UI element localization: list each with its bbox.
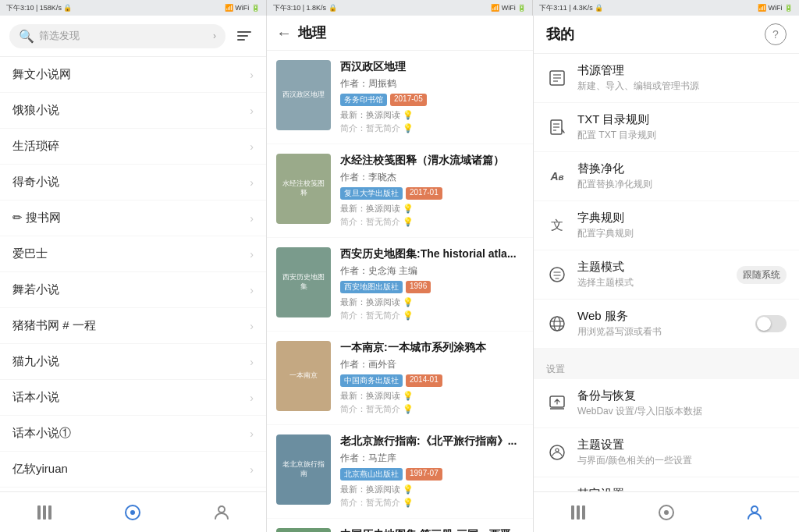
panel-books: ← 地理 西汉政区地理 西汉政区地理 作者：周振鹤 务务印书馆 2017-05 …	[267, 16, 534, 532]
settings-desc: 配置 TXT 目录规则	[577, 129, 787, 142]
date-tag: 1997-07	[406, 468, 442, 481]
svg-rect-1	[237, 35, 248, 37]
book-item[interactable]: 中国历史地图集 中国历史地图集 第三册:三国、西晋... 作者：谭其骧 中国地图…	[267, 519, 533, 532]
date-tag: 2017-01	[406, 187, 442, 200]
book-latest: 最新：换源阅读 💡	[340, 484, 524, 495]
nav-my[interactable]	[212, 503, 231, 522]
book-title: 老北京旅行指南:《北平旅行指南》...	[340, 434, 524, 449]
source-name: 话本小说	[12, 390, 59, 405]
book-list: 西汉政区地理 西汉政区地理 作者：周振鹤 务务印书馆 2017-05 最新：换源…	[267, 51, 533, 532]
settings-text: 字典规则 配置字典规则	[577, 211, 787, 240]
source-item[interactable]: ✏ 搜书网 ›	[0, 200, 266, 236]
status-bar: 下午3:10 | 158K/s 🔒 📶 WiFi 🔋 下午3:10 | 1.8K…	[0, 0, 799, 16]
nav-discover[interactable]	[123, 503, 142, 522]
settings-text: 主题设置 与界面/颜色相关的一些设置	[577, 438, 787, 467]
source-name: ✏ 搜书网	[12, 211, 61, 225]
web-service-toggle[interactable]	[755, 315, 787, 332]
search-bar[interactable]: 🔍 筛选发现 ›	[9, 24, 225, 48]
book-item[interactable]: 西汉政区地理 西汉政区地理 作者：周振鹤 务务印书馆 2017-05 最新：换源…	[267, 51, 533, 144]
my-nav-discover[interactable]	[657, 503, 676, 522]
settings-desc: 配置字典规则	[577, 227, 787, 240]
time-3: 下午3:11 | 4.3K/s 🔒	[539, 3, 603, 13]
source-item[interactable]: 舞若小说 ›	[0, 272, 266, 308]
settings-item-other-settings[interactable]: 其它设置 与功能相关的一些设置	[534, 477, 799, 491]
settings-name: 替换净化	[577, 161, 787, 176]
book-tags: 西安地图出版社 1996	[340, 281, 524, 293]
source-item[interactable]: 饿狼小说 ›	[0, 93, 266, 129]
settings-item-theme[interactable]: 主题模式 选择主题模式 跟随系统	[534, 250, 799, 300]
settings-item-dict[interactable]: 文 字典规则 配置字典规则	[534, 201, 799, 250]
status-section-3: 下午3:11 | 4.3K/s 🔒 📶 WiFi 🔋	[533, 0, 799, 16]
publisher-tag: 务务印书馆	[340, 94, 387, 106]
books-header: ← 地理	[267, 16, 533, 51]
discover-menu-icon[interactable]	[232, 23, 257, 48]
source-item[interactable]: 猫九小说 ›	[0, 344, 266, 380]
svg-point-17	[550, 317, 564, 331]
chevron-right-icon: ›	[250, 463, 254, 476]
nav-bookshelf[interactable]	[35, 503, 54, 522]
chevron-right-icon: ›	[250, 212, 254, 225]
book-item[interactable]: 老北京旅行指南 老北京旅行指南:《北平旅行指南》... 作者：马芷庠 北京燕山出…	[267, 425, 533, 518]
settings-item-theme-settings[interactable]: 主题设置 与界面/颜色相关的一些设置	[534, 428, 799, 477]
status-section-2: 下午3:10 | 1.8K/s 🔒 📶 WiFi 🔋	[267, 0, 534, 16]
time-1: 下午3:10 | 158K/s 🔒	[6, 3, 72, 13]
chevron-right-icon: ›	[250, 320, 254, 332]
svg-point-31	[751, 506, 758, 512]
source-name: 爱巴士	[12, 246, 48, 261]
book-latest: 最新：换源阅读 💡	[340, 390, 524, 402]
book-tags: 北京燕山出版社 1997-07	[340, 468, 524, 481]
settings-text: 替换净化 配置替换净化规则	[577, 161, 787, 191]
source-name: 猪猪书网 # 一程	[12, 318, 96, 333]
settings-section: 设置 备份与恢复 WebDav 设置/导入旧版本数据 主题设置	[534, 355, 799, 491]
source-item[interactable]: 猪猪书网 # 一程 ›	[0, 308, 266, 344]
book-item[interactable]: 一本南京 一本南京:一本城市系列涂鸦本 作者：画外音 中国商务出版社 2014-…	[267, 332, 533, 424]
backup-icon	[546, 392, 568, 414]
source-item[interactable]: 话本小说① ›	[0, 416, 266, 452]
source-item[interactable]: 亿软yiruan ›	[0, 452, 266, 488]
date-tag: 2017-05	[390, 94, 427, 106]
back-button[interactable]: ←	[276, 24, 292, 42]
my-nav-my[interactable]	[745, 503, 764, 522]
book-title: 水经注校笺图释（渭水流域诸篇）	[340, 154, 524, 168]
book-author: 作者：周振鹤	[340, 77, 524, 90]
book-info: 中国历史地图集 第三册:三国、西晋... 作者：谭其骧 中国地图出版社 1996…	[340, 528, 524, 532]
book-tags: 务务印书馆 2017-05	[340, 94, 524, 106]
book-cover: 西安历史地图集	[276, 247, 331, 317]
settings-item-web[interactable]: Web 服务 用浏览器写源或看书	[534, 300, 799, 349]
chevron-right-icon: ›	[250, 69, 254, 81]
book-cover: 水经注校笺图释	[276, 154, 331, 224]
source-name: 舞文小说网	[12, 67, 71, 82]
chevron-right-icon: ›	[250, 176, 254, 189]
settings-item-backup[interactable]: 备份与恢复 WebDav 设置/导入旧版本数据	[534, 379, 799, 428]
settings-item-txt[interactable]: TXT 目录规则 配置 TXT 目录规则	[534, 103, 799, 152]
chevron-right-icon: ›	[250, 248, 254, 261]
theme-badge: 跟随系统	[737, 266, 787, 284]
book-title: 西安历史地图集:The historial atla...	[340, 247, 524, 261]
source-item[interactable]: 生活琐碎 ›	[0, 129, 266, 165]
source-item[interactable]: 舞文小说网 ›	[0, 57, 266, 93]
source-name: 舞若小说	[12, 282, 59, 297]
web-icon	[546, 313, 568, 335]
book-author: 作者：李晓杰	[340, 171, 524, 184]
main-content: 🔍 筛选发现 › 舞文小说网 › 饿狼小说 › 生活	[0, 16, 799, 532]
source-item[interactable]: 爱巴士 ›	[0, 236, 266, 272]
search-icon: 🔍	[19, 29, 34, 44]
svg-rect-27	[577, 505, 580, 520]
help-icon: ?	[772, 28, 779, 41]
book-item[interactable]: 西安历史地图集 西安历史地图集:The historial atla... 作者…	[267, 238, 533, 331]
book-info: 西汉政区地理 作者：周振鹤 务务印书馆 2017-05 最新：换源阅读 💡 简介…	[340, 60, 524, 134]
book-item[interactable]: 水经注校笺图释 水经注校笺图释（渭水流域诸篇） 作者：李晓杰 复旦大学出版社 2…	[267, 144, 533, 237]
help-button[interactable]: ?	[765, 23, 787, 45]
book-author: 作者：马芷庠	[340, 452, 524, 465]
book-author: 作者：画外音	[340, 358, 524, 371]
source-item[interactable]: 得奇小说 ›	[0, 165, 266, 200]
my-nav-bookshelf[interactable]	[569, 503, 588, 522]
source-item[interactable]: 话本小说 ›	[0, 380, 266, 416]
settings-item-replace[interactable]: Aв 替换净化 配置替换净化规则	[534, 152, 799, 201]
book-source-icon	[546, 67, 568, 89]
book-summary: 简介：暂无简介 💡	[340, 216, 524, 228]
my-bottom-nav	[534, 491, 799, 532]
book-info: 西安历史地图集:The historial atla... 作者：史念海 主编 …	[340, 247, 524, 321]
book-title: 一本南京:一本城市系列涂鸦本	[340, 341, 524, 355]
settings-item-booksource[interactable]: 书源管理 新建、导入、编辑或管理书源	[534, 54, 799, 103]
